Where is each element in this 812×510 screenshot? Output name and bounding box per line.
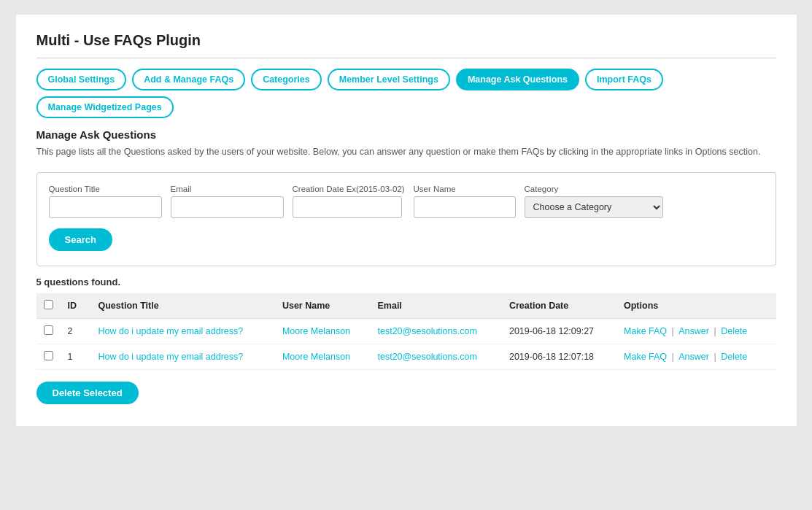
email-label: Email (171, 185, 284, 193)
section-title: Manage Ask Questions (36, 128, 776, 141)
row-checkbox-cell-1 (36, 344, 61, 369)
delete-selected-button[interactable]: Delete Selected (36, 382, 139, 404)
search-fields: Question Title Email Creation Date Ex(20… (49, 185, 764, 218)
question-link-1[interactable]: How do i update my email address? (98, 352, 244, 362)
nav-buttons: Global SettingsAdd & Manage FAQsCategori… (36, 69, 776, 118)
search-box: Question Title Email Creation Date Ex(20… (36, 172, 776, 266)
row-checkbox-cell-0 (36, 318, 61, 344)
results-count: 5 questions found. (36, 277, 776, 287)
nav-btn-global-settings[interactable]: Global Settings (36, 69, 127, 90)
date-input[interactable] (293, 196, 402, 218)
nav-btn-import-faqs[interactable]: Import FAQs (585, 69, 663, 90)
row-username-1: Moore Melanson (275, 344, 371, 369)
results-table: IDQuestion TitleUser NameEmailCreation D… (36, 293, 776, 370)
table-header-row: IDQuestion TitleUser NameEmailCreation D… (36, 293, 776, 319)
option-answer-0[interactable]: Answer (678, 326, 709, 336)
option-answer-1[interactable]: Answer (678, 352, 709, 362)
email-input[interactable] (171, 196, 284, 218)
email-field-group: Email (171, 185, 284, 218)
nav-btn-add-manage-faqs[interactable]: Add & Manage FAQs (132, 69, 245, 90)
row-email-0: test20@sesolutions.com (370, 318, 501, 344)
options-separator: | (669, 352, 676, 362)
nav-btn-manage-ask-questions[interactable]: Manage Ask Questions (456, 69, 579, 90)
nav-btn-categories[interactable]: Categories (251, 69, 322, 90)
username-label: User Name (414, 185, 516, 193)
row-checkbox-0[interactable] (44, 325, 53, 335)
options-separator: | (669, 326, 676, 336)
date-field-group: Creation Date Ex(2015-03-02) (293, 185, 405, 218)
row-options-1: Make FAQ | Answer | Delete (616, 344, 776, 369)
row-id-1: 1 (61, 344, 91, 369)
options-separator: | (711, 352, 719, 362)
category-select[interactable]: Choose a Category (525, 196, 663, 218)
table-body: 2How do i update my email address?Moore … (36, 318, 776, 369)
option-delete-1[interactable]: Delete (721, 352, 747, 362)
options-separator: | (711, 326, 719, 336)
table-header-4: Email (370, 293, 501, 319)
row-question-0: How do i update my email address? (91, 318, 275, 344)
table-header-5: Creation Date (502, 293, 616, 319)
row-date-0: 2019-06-18 12:09:27 (502, 318, 616, 344)
search-button[interactable]: Search (49, 228, 112, 251)
user-link-0[interactable]: Moore Melanson (282, 326, 350, 336)
table-row: 1How do i update my email address?Moore … (36, 344, 776, 369)
table-header-1: ID (61, 293, 91, 319)
row-email-1: test20@sesolutions.com (370, 344, 501, 369)
category-field-group: Category Choose a Category (525, 185, 663, 218)
select-all-checkbox[interactable] (44, 300, 53, 309)
username-input[interactable] (414, 196, 516, 218)
question-title-field-group: Question Title (49, 185, 162, 218)
email-link-1[interactable]: test20@sesolutions.com (377, 352, 476, 362)
date-label: Creation Date Ex(2015-03-02) (293, 185, 405, 193)
category-label: Category (525, 185, 663, 193)
question-title-label: Question Title (49, 185, 162, 193)
question-title-input[interactable] (49, 196, 162, 218)
username-field-group: User Name (414, 185, 516, 218)
option-make-faq-1[interactable]: Make FAQ (624, 352, 667, 362)
row-options-0: Make FAQ | Answer | Delete (616, 318, 776, 344)
row-username-0: Moore Melanson (275, 318, 371, 344)
page-title: Multi - Use FAQs Plugin (36, 32, 776, 58)
table-header-3: User Name (275, 293, 371, 319)
nav-btn-manage-widgetized-pages[interactable]: Manage Widgetized Pages (36, 96, 174, 118)
nav-btn-member-level-settings[interactable]: Member Level Settings (328, 69, 450, 90)
section-description: This page lists all the Questions asked … (36, 145, 776, 159)
row-date-1: 2019-06-18 12:07:18 (502, 344, 616, 369)
row-question-1: How do i update my email address? (91, 344, 275, 369)
table-header: IDQuestion TitleUser NameEmailCreation D… (36, 293, 776, 319)
table-header-2: Question Title (91, 293, 275, 319)
table-header-6: Options (616, 293, 776, 319)
row-checkbox-1[interactable] (44, 351, 53, 360)
row-id-0: 2 (61, 318, 91, 344)
email-link-0[interactable]: test20@sesolutions.com (377, 326, 476, 336)
page-wrapper: Multi - Use FAQs Plugin Global SettingsA… (16, 15, 797, 426)
user-link-1[interactable]: Moore Melanson (282, 352, 350, 362)
option-delete-0[interactable]: Delete (721, 326, 747, 336)
question-link-0[interactable]: How do i update my email address? (98, 326, 244, 336)
table-row: 2How do i update my email address?Moore … (36, 318, 776, 344)
option-make-faq-0[interactable]: Make FAQ (624, 326, 667, 336)
table-header-0 (36, 293, 61, 319)
